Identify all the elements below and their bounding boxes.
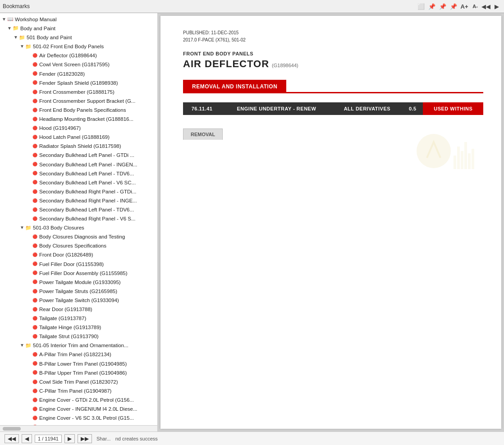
sidebar-item-sec-bulk-left-ingen[interactable]: 🔴 Secondary Bulkhead Left Panel - INGEN.…	[0, 160, 157, 169]
sidebar-item-tailgate-strut[interactable]: 🔴 Tailgate Strut (G1913790)	[0, 332, 157, 341]
sidebar-item-hood-latch[interactable]: 🔴 Hood Latch Panel (G1888169)	[0, 133, 157, 142]
sidebar-item-label: Body Closures Specifications	[39, 242, 106, 249]
sidebar-item-body-paint[interactable]: ▼ 📁 Body and Paint	[0, 24, 157, 33]
sidebar-item-body-closures-spec[interactable]: 🔴 Body Closures Specifications	[0, 241, 157, 250]
toolbar-icon-bookmark3[interactable]: 📌	[449, 2, 458, 11]
sidebar-item-air-deflector[interactable]: 🔴 Air Deflector (G1898644)	[0, 51, 157, 60]
sidebar-item-tailgate[interactable]: 🔴 Tailgate (G1913787)	[0, 314, 157, 323]
folder-icon-body-paint: 📁	[13, 25, 19, 32]
nav-last-button[interactable]: ▶▶	[78, 434, 92, 443]
sidebar-item-label: Tailgate Strut (G1913790)	[39, 333, 99, 340]
page-icon-b-pillar-lower: 🔴	[32, 361, 38, 367]
folder-icon-501-02: 📁	[25, 43, 32, 50]
sidebar-item-cowl-side[interactable]: 🔴 Cowl Side Trim Panel (G1823072)	[0, 377, 157, 386]
removal-tab[interactable]: REMOVAL	[183, 128, 223, 140]
page-icon-power-tailgate-switch: 🔴	[32, 297, 38, 303]
page-icon-fender-splash: 🔴	[32, 80, 38, 86]
share-label[interactable]: Shar...	[96, 436, 111, 441]
page-icon-cowl-vent: 🔴	[32, 62, 38, 68]
toolbar-icon-new[interactable]: ⬜	[417, 2, 426, 11]
sidebar-item-a-pillar[interactable]: 🔴 A-Pillar Trim Panel (G1822134)	[0, 350, 157, 359]
sidebar-item-sec-bulk-right-ingen[interactable]: 🔴 Secondary Bulkhead Right Panel - INGE.…	[0, 196, 157, 205]
watermark-bars	[454, 142, 474, 169]
sidebar-item-front-end-specs[interactable]: 🔴 Front End Body Panels Specifications	[0, 106, 157, 115]
sidebar-item-tailgate-hinge[interactable]: 🔴 Tailgate Hinge (G1913789)	[0, 323, 157, 332]
content-page: PUBLISHED: 11-DEC-2015 2017.0 F-PACE (X7…	[160, 16, 501, 429]
nav-prev-button[interactable]: ◀	[22, 434, 32, 443]
sidebar-item-fuel-filler-assembly[interactable]: 🔴 Fuel Filler Door Assembly (G1155985)	[0, 269, 157, 278]
sidebar-item-label: Rear Door (G1913788)	[39, 306, 92, 313]
sidebar-item-rear-door[interactable]: 🔴 Rear Door (G1913788)	[0, 305, 157, 314]
sidebar-item-sec-bulk-right-gtdi[interactable]: 🔴 Secondary Bulkhead Right Panel - GTDi.…	[0, 187, 157, 196]
sidebar-item-front-crossmember[interactable]: 🔴 Front Crossmember (G1888175)	[0, 87, 157, 96]
sidebar-item-sec-bulk-left-tdv6[interactable]: 🔴 Secondary Bulkhead Left Panel - TDV6..…	[0, 169, 157, 178]
toolbar-icon-font-increase[interactable]: A+	[460, 2, 469, 11]
sidebar-item-501-02[interactable]: ▼ 📁 501-02 Front End Body Panels	[0, 42, 157, 51]
sidebar-item-fender[interactable]: 🔴 Fender (G1823028)	[0, 69, 157, 78]
sidebar-item-label: Body and Paint	[20, 25, 55, 32]
sidebar-item-501[interactable]: ▼ 📁 501 Body and Paint	[0, 33, 157, 42]
sidebar-item-engine-cover-gtdi[interactable]: 🔴 Engine Cover - GTDi 2.0L Petrol (G156.…	[0, 395, 157, 404]
toolbar-expand[interactable]: ▶	[492, 2, 501, 11]
page-icon-sec-bulk-left-v6sc: 🔴	[32, 179, 38, 186]
sidebar-item-501-03[interactable]: ▼ 📁 501-03 Body Closures	[0, 223, 157, 232]
sidebar-item-sec-bulk-right-v6s[interactable]: 🔴 Secondary Bulkhead Right Panel - V6 S.…	[0, 214, 157, 223]
sidebar-item-label: Front Crossmember Support Bracket (G...	[39, 97, 135, 105]
sidebar-item-b-pillar-lower[interactable]: 🔴 B-Pillar Lower Trim Panel (G1904985)	[0, 359, 157, 368]
toolbar-icon-bookmark1[interactable]: 📌	[427, 2, 436, 11]
sidebar-item-label: Secondary Bulkhead Right Panel - V6 S...	[39, 215, 136, 222]
sidebar-item-radiator-splash[interactable]: 🔴 Radiator Splash Shield (G1817598)	[0, 142, 157, 151]
sidebar-item-b-pillar-upper[interactable]: 🔴 B-Pillar Upper Trim Panel (G1904986)	[0, 368, 157, 377]
sidebar-item-label: Workshop Manual	[15, 16, 56, 23]
sidebar-item-workshop-manual[interactable]: ▼ 📖 Workshop Manual	[0, 15, 157, 24]
sidebar-item-label: Fender (G1823028)	[39, 70, 85, 78]
sidebar-item-label: 501 Body and Paint	[27, 34, 72, 41]
page-icon-fender: 🔴	[32, 71, 38, 77]
nav-first-button[interactable]: ◀◀	[5, 434, 19, 443]
sidebar-item-front-crossmember-support[interactable]: 🔴 Front Crossmember Support Bracket (G..…	[0, 96, 157, 106]
page-icon-headlamp-bracket: 🔴	[32, 116, 38, 122]
sidebar-item-sec-bulk-left-tdv6b[interactable]: 🔴 Secondary Bulkhead Left Panel - TDV6..…	[0, 205, 157, 214]
page-icon-engine-cover-gtdi: 🔴	[32, 397, 38, 403]
sidebar-item-power-tailgate-struts[interactable]: 🔴 Power Tailgate Struts (G2165985)	[0, 287, 157, 296]
sidebar-item-headlamp-bracket[interactable]: 🔴 Headlamp Mounting Bracket (G188816...	[0, 115, 157, 124]
toolbar-icon-bookmark2[interactable]: 📌	[438, 2, 447, 11]
toggle-501-02[interactable]: ▼	[19, 43, 25, 50]
sidebar-item-c-pillar[interactable]: 🔴 C-Pillar Trim Panel (G1904987)	[0, 386, 157, 395]
sidebar-item-power-tailgate-switch[interactable]: 🔴 Power Tailgate Switch (G1933094)	[0, 296, 157, 305]
sidebar-item-fuel-filler-door[interactable]: 🔴 Fuel Filler Door (G1155398)	[0, 260, 157, 269]
page-icon-sec-bulk-right-ingen: 🔴	[32, 197, 38, 204]
page-icon-front-crossmember-support: 🔴	[32, 98, 38, 104]
nav-next-button[interactable]: ▶	[64, 434, 75, 443]
sidebar-hscroll[interactable]	[0, 425, 157, 431]
sidebar-item-engine-cover-ingen[interactable]: 🔴 Engine Cover - INGENIUM I4 2.0L Diese.…	[0, 404, 157, 413]
hscroll-thumb[interactable]	[3, 427, 21, 431]
sidebar-item-cowl-vent[interactable]: 🔴 Cowl Vent Screen (G1817595)	[0, 60, 157, 69]
toggle-body-paint[interactable]: ▼	[6, 25, 13, 32]
sidebar-item-engine-cover-v6sc[interactable]: 🔴 Engine Cover - V6 SC 3.0L Petrol (G15.…	[0, 413, 157, 422]
sidebar-item-label: Engine Cover - INGENIUM I4 2.0L Diese...	[39, 405, 137, 413]
page-icon-tailgate-hinge: 🔴	[32, 324, 38, 330]
sidebar-item-label: Power Tailgate Module (G1933095)	[39, 279, 121, 286]
toggle-501-05[interactable]: ▼	[19, 342, 25, 349]
sidebar-item-sec-bulk-left-v6sc[interactable]: 🔴 Secondary Bulkhead Left Panel - V6 SC.…	[0, 178, 157, 187]
sidebar-item-501-05[interactable]: ▼ 📁 501-05 Interior Trim and Ornamentati…	[0, 341, 157, 350]
toggle-workshop-manual[interactable]: ▼	[1, 16, 7, 23]
sidebar-item-sec-bulk-left-gtdi[interactable]: 🔴 Secondary Bulkhead Left Panel - GTDi .…	[0, 151, 157, 160]
sidebar-tree[interactable]: ▼ 📖 Workshop Manual ▼ 📁 Body and Paint ▼…	[0, 13, 157, 425]
toggle-501[interactable]: ▼	[13, 34, 19, 41]
sidebar-item-label: Fender Splash Shield (G1898938)	[39, 79, 118, 87]
sidebar-item-label: B-Pillar Upper Trim Panel (G1904986)	[39, 369, 127, 376]
sidebar-item-front-door[interactable]: 🔴 Front Door (G1826489)	[0, 250, 157, 259]
toolbar-icon-font-decrease[interactable]: A-	[471, 2, 480, 11]
sidebar-item-hood[interactable]: 🔴 Hood (G1914967)	[0, 124, 157, 133]
sidebar-item-fender-splash[interactable]: 🔴 Fender Splash Shield (G1898938)	[0, 78, 157, 87]
watermark	[416, 133, 474, 169]
toggle-501-03[interactable]: ▼	[19, 225, 25, 231]
sidebar-item-label: Cowl Vent Screen (G1817595)	[39, 61, 110, 68]
tab-removal-installation[interactable]: REMOVAL AND INSTALLATION	[183, 80, 286, 93]
sidebar-item-body-closures-diag[interactable]: 🔴 Body Closures Diagnosis and Testing	[0, 232, 157, 241]
sidebar-item-power-tailgate-module[interactable]: 🔴 Power Tailgate Module (G1933095)	[0, 278, 157, 287]
toolbar-collapse[interactable]: ◀◀	[481, 2, 490, 11]
page-icon-fuel-filler-assembly: 🔴	[32, 270, 38, 276]
